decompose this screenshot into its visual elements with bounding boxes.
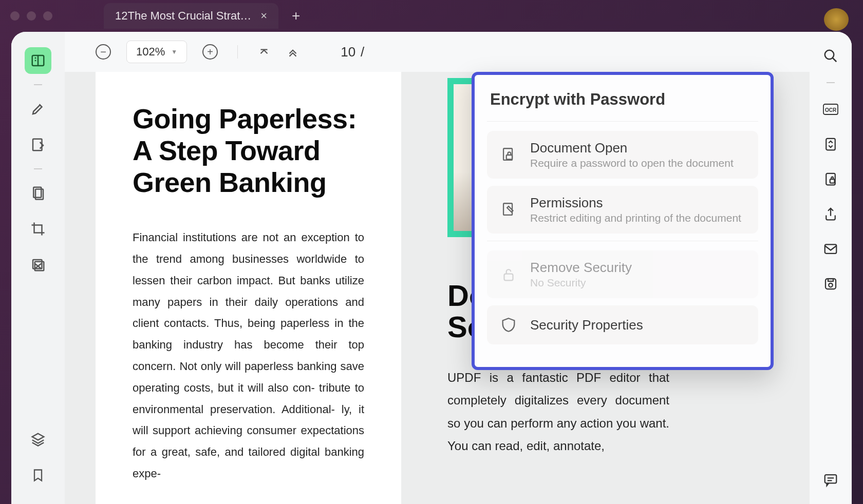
new-tab-button[interactable]: +	[292, 8, 300, 24]
doc-body-left: Financial institutions are not an except…	[133, 227, 364, 484]
tab-title: 12The Most Crucial Strateg	[115, 9, 252, 23]
divider	[34, 84, 42, 85]
divider	[827, 82, 835, 83]
search-button[interactable]	[822, 47, 839, 65]
crop-tool[interactable]	[25, 216, 51, 242]
svg-rect-13	[826, 139, 835, 150]
edit-tool[interactable]	[25, 131, 51, 158]
right-sidebar: OCR	[810, 32, 852, 504]
popup-item-title: Security Properties	[530, 317, 643, 333]
previous-page-button[interactable]	[286, 45, 299, 59]
redact-tool[interactable]	[25, 251, 51, 278]
popup-item-remove-security: Remove Security No Security	[487, 250, 758, 298]
app-window: − 102% ▼ + 10 / Going Paperless: A Step …	[11, 32, 852, 504]
popup-item-title: Remove Security	[530, 260, 632, 276]
share-button[interactable]	[822, 205, 839, 223]
popup-item-text: Document Open Require a password to open…	[530, 140, 734, 169]
svg-rect-15	[830, 179, 835, 183]
popup-item-subtitle: No Security	[530, 277, 632, 289]
convert-button[interactable]	[822, 135, 839, 153]
layers-tool[interactable]	[25, 426, 51, 453]
svg-rect-19	[828, 279, 833, 281]
zoom-out-button[interactable]: −	[96, 44, 111, 60]
brand-badge-icon	[824, 8, 849, 31]
current-page[interactable]: 10	[341, 44, 355, 60]
zoom-in-button[interactable]: +	[202, 44, 218, 60]
svg-point-18	[829, 283, 833, 287]
protect-button[interactable]	[822, 170, 839, 188]
left-sidebar	[11, 32, 65, 504]
popup-item-subtitle: Require a password to open the document	[530, 157, 734, 169]
page-indicator[interactable]: 10 /	[341, 44, 364, 60]
close-window-button[interactable]	[10, 11, 20, 21]
svg-rect-16	[825, 244, 837, 254]
popup-item-document-open[interactable]: Document Open Require a password to open…	[487, 131, 758, 179]
zoom-level-dropdown[interactable]: 102% ▼	[126, 41, 187, 63]
encrypt-popup: Encrypt with Password Document Open Requ…	[472, 72, 774, 370]
popup-item-security-properties[interactable]: Security Properties	[487, 305, 758, 344]
bookmark-tool[interactable]	[25, 462, 51, 489]
pages-tool[interactable]	[25, 180, 51, 206]
divider	[34, 168, 42, 169]
popup-item-text: Security Properties	[530, 317, 643, 333]
shield-icon	[498, 315, 519, 335]
top-toolbar: − 102% ▼ + 10 /	[65, 32, 810, 72]
doc-heading-left: Going Paperless: A Step Toward Green Ban…	[133, 103, 364, 198]
permissions-icon	[498, 200, 519, 220]
svg-rect-9	[504, 274, 513, 280]
unlock-icon	[498, 264, 519, 285]
document-tab[interactable]: 12The Most Crucial Strateg ×	[104, 3, 278, 29]
document-lock-icon	[498, 145, 519, 165]
popup-item-permissions[interactable]: Permissions Restrict editing and printin…	[487, 186, 758, 234]
save-button[interactable]	[822, 275, 839, 293]
maximize-window-button[interactable]	[43, 11, 52, 21]
popup-item-title: Permissions	[530, 195, 741, 211]
zoom-value: 102%	[136, 45, 165, 59]
email-button[interactable]	[822, 240, 839, 258]
window-controls	[10, 11, 52, 21]
popup-divider	[487, 241, 758, 241]
doc-body-right: UPDF is a fantastic PDF editor that comp…	[447, 366, 669, 458]
highlighter-tool[interactable]	[25, 95, 51, 122]
comment-button[interactable]	[822, 471, 839, 489]
chevron-down-icon: ▼	[171, 48, 177, 55]
popup-item-text: Remove Security No Security	[530, 260, 632, 289]
document-page-left: Going Paperless: A Step Toward Green Ban…	[96, 72, 401, 504]
popup-title: Encrypt with Password	[487, 87, 758, 122]
titlebar: 12The Most Crucial Strateg × +	[0, 0, 863, 32]
popup-item-title: Document Open	[530, 140, 734, 156]
svg-rect-20	[825, 475, 837, 483]
close-tab-icon[interactable]: ×	[260, 9, 267, 23]
page-separator: /	[361, 44, 364, 60]
svg-point-10	[825, 50, 834, 60]
reader-tool[interactable]	[25, 47, 51, 74]
popup-item-text: Permissions Restrict editing and printin…	[530, 195, 741, 224]
svg-text:OCR: OCR	[825, 107, 837, 113]
ocr-button[interactable]: OCR	[822, 101, 839, 118]
first-page-button[interactable]	[257, 45, 271, 59]
main-area: − 102% ▼ + 10 / Going Paperless: A Step …	[65, 32, 810, 504]
popup-item-subtitle: Restrict editing and printing of the doc…	[530, 212, 741, 224]
svg-rect-7	[506, 155, 512, 160]
separator	[237, 45, 238, 59]
minimize-window-button[interactable]	[27, 11, 36, 21]
